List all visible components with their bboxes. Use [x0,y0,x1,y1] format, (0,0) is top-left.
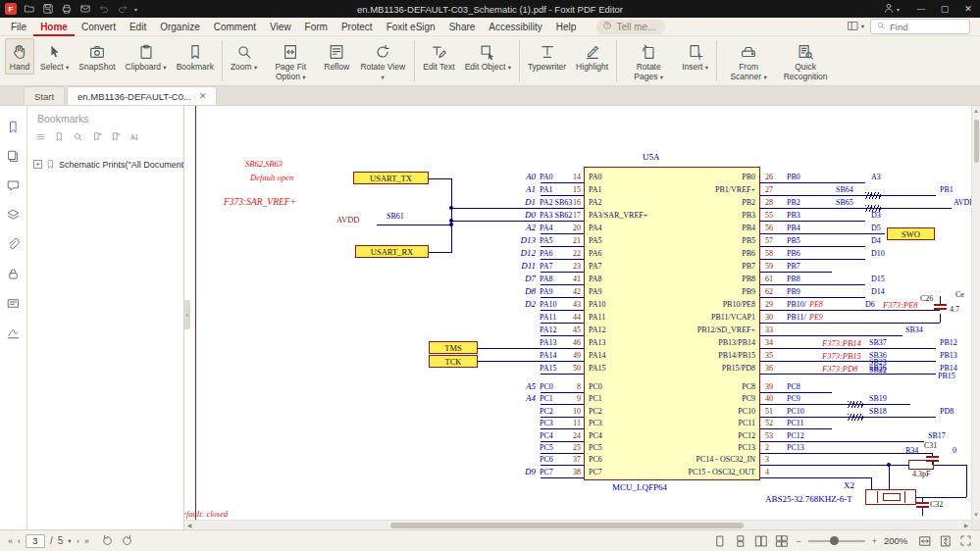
menu-share[interactable]: Share [442,18,483,36]
page-fit-option-button[interactable]: Page Fit Option ▾ [263,38,318,84]
foxit-logo[interactable]: F [5,3,17,15]
rotate-pages-button[interactable]: Rotate Pages ▾ [621,38,676,84]
document-canvas[interactable]: ‹ U5AMCU_LQFP64A0PA014PA0A1PA115PA1D1PA2… [184,106,971,520]
horizontal-scroll-thumb[interactable] [390,523,744,528]
tell-me-search[interactable]: Tell me... [596,20,665,34]
next-page-button[interactable]: › [77,536,79,546]
find-input[interactable] [890,22,958,32]
print-icon[interactable] [61,3,73,15]
rotate-view-button[interactable]: Rotate View ▾ [355,38,410,84]
sort-bookmarks-icon[interactable] [129,131,139,144]
zoom-level[interactable]: 200% [884,535,911,546]
redo-icon[interactable] [117,3,129,15]
typewriter-button[interactable]: Typewriter [524,38,570,75]
menu-protect[interactable]: Protect [335,18,380,36]
scroll-left-icon[interactable]: ◀ [184,521,194,529]
page-list-caret-icon[interactable]: ▾ [68,537,71,545]
hand-button[interactable]: Hand [5,38,34,75]
edit-object-button[interactable]: Edit Object ▾ [461,38,515,75]
menu-convert[interactable]: Convert [75,18,123,36]
comments-panel-icon[interactable] [6,178,21,195]
delete-bookmark-icon[interactable] [110,131,121,144]
panel-options-icon[interactable] [35,131,46,144]
tab-close-icon[interactable]: ✕ [199,91,207,101]
scroll-up-icon[interactable]: ▲ [972,106,980,116]
undo-icon[interactable] [98,3,110,15]
alt-net-label: PE9 [809,314,823,323]
fullscreen-button[interactable] [959,534,972,547]
bookmark-item-icon[interactable] [54,131,65,144]
wire [934,465,966,466]
fit-page-button[interactable] [939,534,953,548]
highlight-button[interactable]: Highlight [572,38,612,75]
search-bookmarks-icon[interactable] [73,131,83,144]
close-button[interactable]: ✕ [956,0,980,18]
maximize-button[interactable]: ▢ [933,0,956,18]
pin-number: 55 [765,212,773,221]
bookmark-tree-item[interactable]: + Schematic Prints("All Documents",Logic [27,144,183,170]
pin-number: 51 [765,408,773,417]
save-icon[interactable] [42,3,54,15]
menu-file[interactable]: File [4,18,33,36]
tab-en-mb1136-default-c0-[interactable]: en.MB1136-DEFAULT-C0...✕ [67,86,217,105]
last-page-button[interactable]: » [84,536,89,546]
panel-collapse-handle[interactable]: ‹ [184,300,190,329]
fit-width-button[interactable] [918,534,932,548]
account-button[interactable]: ▾ [883,2,900,16]
menu-organize[interactable]: Organize [153,18,207,36]
reflow-button[interactable]: Reflow [320,38,353,75]
vertical-scrollbar[interactable]: ▲ ▼ [971,106,980,529]
menu-help[interactable]: Help [549,18,584,36]
bookmarks-panel-icon[interactable] [6,120,21,136]
attachments-panel-icon[interactable] [6,237,21,254]
menu-form[interactable]: Form [298,18,335,36]
continuous-view-button[interactable] [734,534,748,548]
net-label: PC0 [540,383,553,392]
facing-view-button[interactable] [754,534,768,548]
menu-home[interactable]: Home [33,18,75,36]
add-bookmark-icon[interactable] [91,131,102,144]
horizontal-scrollbar[interactable]: ◀ ▶ [184,520,971,529]
bookmark-button[interactable]: Bookmark [173,38,218,75]
zoom-button[interactable]: Zoom ▾ [227,38,261,75]
menu-foxit-esign[interactable]: Foxit eSign [380,18,442,36]
zoom-in-button[interactable]: + [872,536,877,546]
signatures-panel-icon[interactable] [6,326,21,342]
page-thumbnails-panel-icon[interactable] [6,149,21,166]
previous-view-button[interactable] [102,534,115,547]
zoom-slider-thumb[interactable] [830,536,839,545]
tab-start[interactable]: Start [24,86,65,105]
mail-icon[interactable] [79,3,91,15]
pin-name: PC3 [589,420,602,428]
vertical-scroll-thumb[interactable] [974,120,979,163]
insert-button[interactable]: Insert ▾ [678,38,712,75]
scroll-right-icon[interactable]: ▶ [961,521,971,529]
open-icon[interactable] [24,3,35,15]
interface-layout-button[interactable]: ▾ [847,20,864,34]
from-scanner-button[interactable]: From Scanner ▾ [721,38,776,84]
snapshot-button[interactable]: SnapShot [75,38,119,75]
wire [871,477,872,489]
zoom-out-button[interactable]: − [796,536,800,546]
scroll-down-icon[interactable]: ▼ [972,510,980,520]
single-page-view-button[interactable] [713,534,727,548]
menu-edit[interactable]: Edit [123,18,153,36]
zoom-slider[interactable] [808,540,865,542]
select-button[interactable]: Select ▾ [36,38,73,75]
security-panel-icon[interactable] [6,267,21,283]
fields-panel-icon[interactable] [6,296,21,313]
edit-text-button[interactable]: Edit Text [419,38,458,75]
first-page-button[interactable]: « [8,536,13,546]
menu-comment[interactable]: Comment [207,18,263,36]
minimize-button[interactable]: — [909,0,933,18]
clipboard-button[interactable]: Clipboard ▾ [122,38,171,75]
menu-accessibility[interactable]: Accessibility [482,18,548,36]
quick-recognition-button[interactable]: Quick Recognition [778,38,833,84]
previous-page-button[interactable]: ‹ [18,536,21,546]
page-number-input[interactable] [26,534,45,548]
menu-view[interactable]: View [263,18,298,36]
layers-panel-icon[interactable] [6,208,21,225]
next-view-button[interactable] [120,534,132,547]
expand-icon[interactable]: + [33,160,42,169]
continuous-facing-view-button[interactable] [775,534,789,548]
